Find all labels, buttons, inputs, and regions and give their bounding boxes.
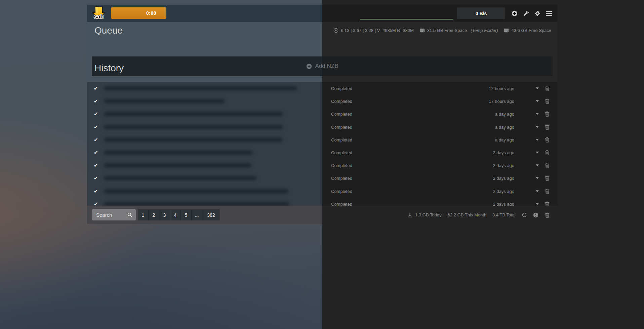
history-row: ✔ Completed a day ago	[87, 133, 557, 146]
row-delete-icon[interactable]	[545, 86, 550, 91]
page-button-4[interactable]: 4	[170, 209, 181, 220]
refresh-icon[interactable]	[522, 212, 527, 218]
add-plus-circle-icon	[306, 64, 312, 69]
row-delete-icon[interactable]	[545, 111, 550, 117]
history-status: Completed	[331, 137, 352, 142]
row-expand-caret-icon[interactable]	[536, 151, 539, 154]
history-row: ✔ Completed a day ago	[87, 121, 557, 133]
row-delete-icon[interactable]	[545, 124, 550, 130]
row-delete-icon[interactable]	[545, 137, 550, 142]
temp-folder-stat: 31.5 GB Free Space (Temp Folder)	[420, 28, 498, 33]
pause-timer: 0:00	[146, 10, 156, 16]
page-button-382[interactable]: 382	[202, 209, 220, 220]
row-expand-caret-icon[interactable]	[536, 125, 539, 128]
search-input[interactable]	[92, 212, 127, 218]
check-icon: ✔	[94, 124, 98, 130]
content-header: Queue 6.13 | 3.67 | 3.28 | V=4985M R=380…	[87, 22, 557, 82]
alert-circle-icon[interactable]	[533, 212, 538, 218]
today-stat: 1.3 GB Today	[407, 212, 442, 217]
history-row: ✔ Completed 2 days ago	[87, 185, 557, 198]
pause-dropdown-button[interactable]: 0:00	[111, 7, 166, 19]
temp-folder-note: (Temp Folder)	[471, 28, 498, 33]
history-row: ✔ Completed 2 days ago	[87, 146, 557, 159]
check-icon: ✔	[94, 162, 98, 168]
speed-dropdown[interactable]: 0 B/s	[457, 7, 505, 19]
history-item-name-redacted[interactable]	[104, 176, 256, 180]
download-icon	[407, 212, 412, 217]
today-value: 1.3 GB Today	[415, 212, 442, 217]
gear-icon[interactable]	[534, 10, 540, 16]
history-time: a day ago	[495, 112, 514, 117]
row-expand-caret-icon[interactable]	[536, 190, 539, 193]
row-expand-caret-icon[interactable]	[536, 100, 539, 103]
row-expand-caret-icon[interactable]	[536, 202, 539, 205]
history-status: Completed	[331, 150, 352, 155]
navbar-url-input[interactable]	[360, 10, 453, 19]
history-time: 2 days ago	[493, 150, 514, 155]
history-status: Completed	[331, 189, 352, 194]
load-target-icon	[333, 28, 338, 33]
check-icon: ✔	[94, 175, 98, 181]
history-item-name-redacted[interactable]	[104, 151, 253, 155]
footer: 12345...382 1.3 GB Today 62.2 GB This Mo…	[87, 206, 557, 224]
navbar-actions	[512, 5, 552, 22]
history-row: ✔ Completed 17 hours ago	[87, 95, 557, 108]
page-button-...[interactable]: ...	[192, 209, 202, 220]
history-item-name-redacted[interactable]	[104, 99, 225, 104]
history-status: Completed	[331, 112, 352, 117]
page-button-5[interactable]: 5	[181, 209, 192, 220]
check-icon: ✔	[94, 137, 98, 143]
sabnzbd-window: sab 0:00 0 B/s Queue 6.13 | 3.67 | 3.28 …	[87, 5, 557, 224]
sabnzbd-logo[interactable]: sab	[92, 6, 106, 21]
history-row: ✔ Completed 2 days ago	[87, 159, 557, 172]
row-delete-icon[interactable]	[545, 150, 550, 155]
menu-icon[interactable]	[546, 10, 552, 16]
wrench-icon[interactable]	[523, 10, 529, 16]
logo-text: sab	[94, 13, 104, 20]
row-expand-caret-icon[interactable]	[536, 164, 539, 167]
row-delete-icon[interactable]	[545, 189, 550, 194]
month-value: 62.2 GB This Month	[448, 212, 486, 217]
page-button-3[interactable]: 3	[159, 209, 170, 220]
history-item-name-redacted[interactable]	[104, 163, 251, 168]
history-status: Completed	[331, 163, 352, 168]
pagination: 12345...382	[138, 209, 220, 220]
history-item-name-redacted[interactable]	[104, 86, 297, 91]
add-nzb-label: Add NZB	[315, 63, 338, 70]
history-time: a day ago	[495, 124, 514, 129]
add-nzb-circle-icon[interactable]	[512, 10, 518, 16]
total-value: 8.4 TB Total	[492, 212, 516, 217]
purge-history-trash-icon[interactable]	[545, 212, 550, 218]
row-delete-icon[interactable]	[545, 98, 550, 104]
temp-free-value: 31.5 GB Free Space	[427, 28, 467, 33]
row-delete-icon[interactable]	[545, 175, 550, 181]
history-title: History	[94, 63, 124, 74]
row-expand-caret-icon[interactable]	[536, 87, 539, 90]
history-status: Completed	[331, 99, 352, 104]
history-time: 2 days ago	[493, 189, 514, 194]
history-item-name-redacted[interactable]	[104, 137, 283, 142]
history-status: Completed	[331, 124, 352, 129]
history-time: 12 hours ago	[489, 86, 514, 91]
history-row: ✔ Completed 2 days ago	[87, 172, 557, 184]
disk-icon	[420, 28, 425, 33]
history-item-name-redacted[interactable]	[104, 112, 283, 116]
row-expand-caret-icon[interactable]	[536, 138, 539, 141]
search-icon[interactable]	[127, 212, 132, 217]
navbar: sab 0:00 0 B/s	[87, 5, 557, 22]
row-delete-icon[interactable]	[545, 163, 550, 168]
row-expand-caret-icon[interactable]	[536, 177, 539, 180]
history-time: 2 days ago	[493, 163, 514, 168]
history-item-name-redacted[interactable]	[104, 189, 288, 193]
page-button-2[interactable]: 2	[149, 209, 159, 220]
history-status: Completed	[331, 176, 352, 181]
add-nzb-button[interactable]: Add NZB	[92, 56, 553, 76]
load-values: 6.13 | 3.67 | 3.28 | V=4985M R=380M	[341, 28, 414, 33]
check-icon: ✔	[94, 111, 98, 117]
disk-free-value: 43.6 GB Free Space	[511, 28, 551, 33]
history-time: 2 days ago	[493, 176, 514, 181]
history-search-box	[92, 209, 136, 220]
row-expand-caret-icon[interactable]	[536, 113, 539, 116]
page-button-1[interactable]: 1	[138, 209, 149, 220]
history-item-name-redacted[interactable]	[104, 125, 283, 129]
